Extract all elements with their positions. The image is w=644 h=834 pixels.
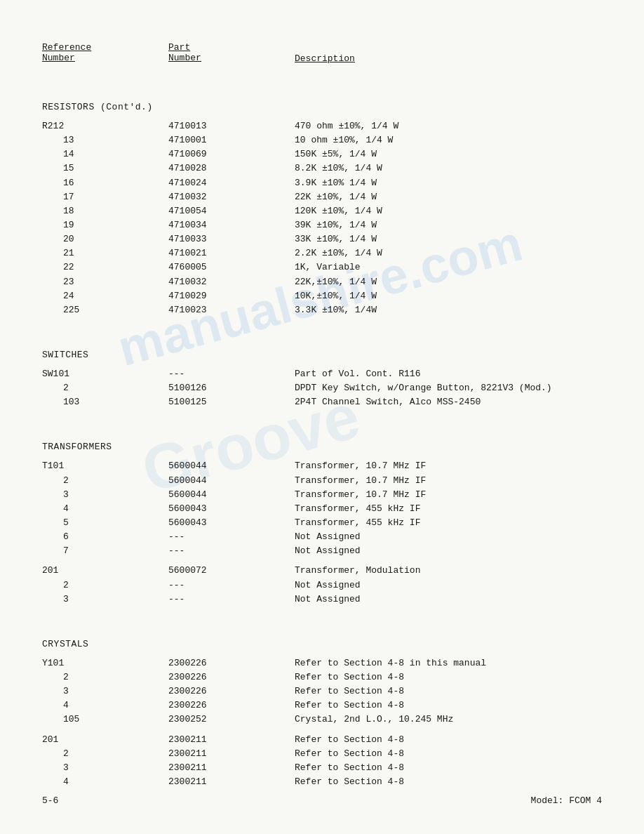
table-row: SW101---Part of Vol. Cont. R116 bbox=[42, 367, 602, 381]
cell-desc: Refer to Section 4-8 bbox=[295, 747, 602, 761]
table-row: 1052300252Crystal, 2nd L.O., 10.245 MHz bbox=[42, 713, 602, 727]
cell-desc: 10 ohm ±10%, 1/4 W bbox=[295, 133, 602, 147]
header-ref-line1: Reference bbox=[42, 42, 168, 53]
cell-ref: 105 bbox=[42, 713, 168, 727]
cell-part: --- bbox=[168, 367, 295, 381]
cell-part: 2300226 bbox=[168, 699, 295, 713]
header-part-line1: Part bbox=[168, 42, 295, 53]
table-row: 2247600051K, Variable bbox=[42, 260, 602, 274]
cell-ref: 20 bbox=[42, 232, 168, 246]
table-row: 2015600072Transformer, Modulation bbox=[42, 564, 602, 578]
cell-ref: 17 bbox=[42, 190, 168, 204]
cell-ref: 18 bbox=[42, 204, 168, 218]
cell-desc: Not Assigned bbox=[295, 530, 602, 544]
table-row: 22547100233.3K ±10%, 1/4W bbox=[42, 303, 602, 317]
table-row: 25600044Transformer, 10.7 MHz IF bbox=[42, 474, 602, 488]
table-row: 25100126DPDT Key Switch, w/Orange Button… bbox=[42, 381, 602, 395]
cell-desc: 1K, Variable bbox=[295, 260, 602, 274]
table-row: 2---Not Assigned bbox=[42, 578, 602, 593]
table-row: 13471000110 ohm ±10%, 1/4 W bbox=[42, 133, 602, 147]
header-desc-text: Description bbox=[295, 53, 602, 64]
table-row: 19471003439K ±10%, 1/4 W bbox=[42, 218, 602, 232]
table-row: 22300226Refer to Section 4-8 bbox=[42, 670, 602, 684]
cell-ref: 16 bbox=[42, 176, 168, 190]
table-row: 42300211Refer to Section 4-8 bbox=[42, 775, 602, 789]
cell-desc: Refer to Section 4-8 in this manual bbox=[295, 656, 602, 670]
table-row: 1647100243.9K ±10% 1/4 W bbox=[42, 176, 602, 190]
cell-desc: 22K ±10%, 1/4 W bbox=[295, 190, 602, 204]
cell-ref: 103 bbox=[42, 395, 168, 409]
cell-ref: T101 bbox=[42, 459, 168, 473]
cell-part: 5600072 bbox=[168, 564, 295, 578]
cell-part: 4710028 bbox=[168, 161, 295, 176]
cell-part: --- bbox=[168, 593, 295, 607]
table-row: 32300226Refer to Section 4-8 bbox=[42, 684, 602, 699]
cell-desc: 120K ±10%, 1/4 W bbox=[295, 204, 602, 218]
cell-part: 2300226 bbox=[168, 684, 295, 699]
cell-part: 5600043 bbox=[168, 516, 295, 530]
cell-part: 2300211 bbox=[168, 761, 295, 775]
cell-ref: 13 bbox=[42, 133, 168, 147]
cell-part: 2300211 bbox=[168, 775, 295, 789]
cell-ref: 21 bbox=[42, 246, 168, 260]
table-row: 23471003222K,±10%, 1/4 W bbox=[42, 275, 602, 289]
cell-desc: Part of Vol. Cont. R116 bbox=[295, 367, 602, 381]
cell-ref: SW101 bbox=[42, 367, 168, 381]
cell-desc: DPDT Key Switch, w/Orange Button, 8221V3… bbox=[295, 381, 602, 395]
section-title-3: CRYSTALS bbox=[42, 639, 602, 649]
cell-part: 4710033 bbox=[168, 232, 295, 246]
header-ref-line2: Number bbox=[42, 53, 168, 63]
cell-desc: Transformer, 10.7 MHz IF bbox=[295, 488, 602, 502]
cell-ref: 225 bbox=[42, 303, 168, 317]
cell-part: 4710001 bbox=[168, 133, 295, 147]
cell-desc: Transformer, 455 kHz IF bbox=[295, 516, 602, 530]
footer-page: 5-6 bbox=[42, 795, 58, 806]
table-row: 3---Not Assigned bbox=[42, 593, 602, 607]
section-title-0: RESISTORS (Cont'd.) bbox=[42, 102, 602, 112]
table-row: Y1012300226Refer to Section 4-8 in this … bbox=[42, 656, 602, 670]
cell-ref: 201 bbox=[42, 733, 168, 747]
header-part: Part Number bbox=[168, 42, 295, 64]
cell-part: 4710024 bbox=[168, 176, 295, 190]
cell-ref: 23 bbox=[42, 275, 168, 289]
cell-desc: Refer to Section 4-8 bbox=[295, 733, 602, 747]
cell-ref: 15 bbox=[42, 161, 168, 176]
table-row: 42300226Refer to Section 4-8 bbox=[42, 699, 602, 713]
table-row: 1547100288.2K ±10%, 1/4 W bbox=[42, 161, 602, 176]
table-row: 10351001252P4T Channel Switch, Alco MSS-… bbox=[42, 395, 602, 409]
header-part-line2: Number bbox=[168, 53, 295, 63]
section-title-1: SWITCHES bbox=[42, 350, 602, 360]
table-row: R2124710013470 ohm ±10%, 1/4 W bbox=[42, 119, 602, 133]
cell-ref: 22 bbox=[42, 260, 168, 274]
cell-desc: 8.2K ±10%, 1/4 W bbox=[295, 161, 602, 176]
cell-part: 2300226 bbox=[168, 656, 295, 670]
cell-desc: Refer to Section 4-8 bbox=[295, 761, 602, 775]
cell-ref: 4 bbox=[42, 775, 168, 789]
cell-ref: 4 bbox=[42, 699, 168, 713]
cell-ref: 3 bbox=[42, 684, 168, 699]
content-area: Reference Number Part Number Description… bbox=[42, 42, 602, 789]
cell-ref: 7 bbox=[42, 544, 168, 558]
table-row: 2012300211Refer to Section 4-8 bbox=[42, 733, 602, 747]
cell-desc: Transformer, Modulation bbox=[295, 564, 602, 578]
cell-desc: 3.3K ±10%, 1/4W bbox=[295, 303, 602, 317]
footer: 5-6 Model: FCOM 4 bbox=[42, 795, 602, 806]
table-row: 6---Not Assigned bbox=[42, 530, 602, 544]
cell-part: 5600044 bbox=[168, 488, 295, 502]
cell-ref: 2 bbox=[42, 578, 168, 593]
cell-part: 4710029 bbox=[168, 289, 295, 303]
cell-desc: Not Assigned bbox=[295, 544, 602, 558]
cell-desc: 2P4T Channel Switch, Alco MSS-2450 bbox=[295, 395, 602, 409]
cell-part: 4710054 bbox=[168, 204, 295, 218]
table-row: 22300211Refer to Section 4-8 bbox=[42, 747, 602, 761]
table-row: 24471002910K,±10%, 1/4 W bbox=[42, 289, 602, 303]
cell-part: 5100125 bbox=[168, 395, 295, 409]
cell-ref: Y101 bbox=[42, 656, 168, 670]
cell-part: 5600043 bbox=[168, 502, 295, 516]
cell-part: 2300211 bbox=[168, 733, 295, 747]
cell-desc: Refer to Section 4-8 bbox=[295, 684, 602, 699]
cell-ref: 2 bbox=[42, 474, 168, 488]
cell-part: --- bbox=[168, 544, 295, 558]
table-header: Reference Number Part Number Description bbox=[42, 42, 602, 64]
cell-ref: 2 bbox=[42, 747, 168, 761]
